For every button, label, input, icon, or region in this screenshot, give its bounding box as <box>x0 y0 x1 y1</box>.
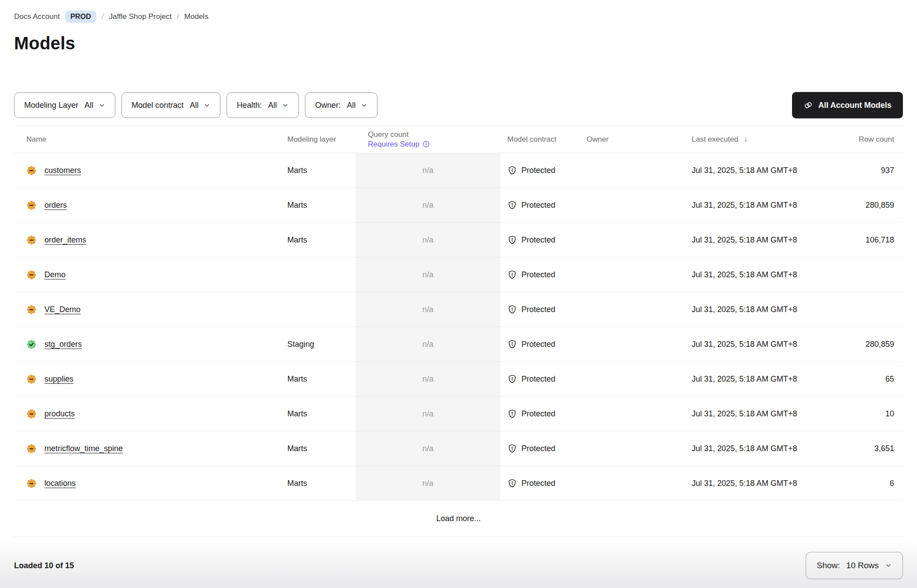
models-table: Name Modeling layer Query count Requires… <box>14 125 903 537</box>
filter-bar: Modeling Layer All Model contract All He… <box>14 92 903 118</box>
table-row: order_items Marts n/a Protected Jul 31, … <box>14 223 903 257</box>
model-contract-label: Protected <box>521 340 555 349</box>
models-page: Docs Account PROD / Jaffle Shop Project … <box>0 0 917 588</box>
info-icon[interactable] <box>422 140 430 148</box>
shield-exclamation-icon <box>507 235 517 245</box>
query-count-cell: n/a <box>356 466 500 500</box>
model-contract-cell: Protected <box>500 235 581 245</box>
modeling-layer-cell: Marts <box>287 409 356 419</box>
load-more-button[interactable]: Load more... <box>436 514 481 523</box>
table-row: VE_Demo n/a Protected Jul 31, 2025, 5:18… <box>14 292 903 327</box>
header-query-count-label: Query count <box>368 130 409 139</box>
table-row: metricflow_time_spine Marts n/a Protecte… <box>14 431 903 466</box>
chevron-down-icon <box>204 102 210 109</box>
breadcrumb-current: Models <box>184 12 209 21</box>
sort-descending-icon: ↓ <box>744 135 748 143</box>
shield-exclamation-icon <box>507 270 517 279</box>
environment-badge: PROD <box>65 11 96 23</box>
all-account-models-button[interactable]: All Account Models <box>792 92 903 118</box>
model-contract-label: Protected <box>521 409 555 419</box>
link-icon <box>803 100 813 110</box>
row-count-cell: 280,859 <box>815 201 903 210</box>
last-executed-cell: Jul 31, 2025, 5:18 AM GMT+8 <box>686 409 815 419</box>
model-name-link[interactable]: stg_orders <box>44 340 82 349</box>
model-contract-cell: Protected <box>500 478 581 488</box>
last-executed-cell: Jul 31, 2025, 5:18 AM GMT+8 <box>686 166 815 175</box>
query-count-cell: n/a <box>356 292 500 327</box>
show-rows-label: Show: <box>817 561 840 570</box>
chevron-down-icon <box>282 102 289 109</box>
modeling-layer-cell: Marts <box>287 479 356 488</box>
table-row: locations Marts n/a Protected Jul 31, 20… <box>14 466 903 501</box>
shield-exclamation-icon <box>507 444 517 453</box>
filter-label: Modeling Layer <box>24 101 78 110</box>
model-contract-cell: Protected <box>500 444 581 453</box>
model-contract-label: Protected <box>521 235 555 245</box>
row-count-cell: 65 <box>815 375 903 384</box>
table-row: stg_orders Staging n/a Protected Jul 31,… <box>14 327 903 362</box>
last-executed-cell: Jul 31, 2025, 5:18 AM GMT+8 <box>686 305 815 314</box>
model-contract-label: Protected <box>521 479 555 488</box>
header-last-executed[interactable]: Last executed ↓ <box>686 135 815 144</box>
filter-modeling-layer[interactable]: Modeling Layer All <box>14 92 115 118</box>
filter-value: All <box>268 101 277 110</box>
warning-badge-icon <box>26 478 37 489</box>
row-count-cell: 10 <box>815 409 903 419</box>
success-badge-icon <box>26 339 37 349</box>
model-name-link[interactable]: orders <box>44 201 67 210</box>
model-name-link[interactable]: Demo <box>44 270 66 279</box>
model-name-link[interactable]: VE_Demo <box>44 305 81 314</box>
model-contract-cell: Protected <box>500 305 581 314</box>
model-name-link[interactable]: locations <box>44 479 76 488</box>
chevron-down-icon <box>361 102 367 109</box>
model-name-link[interactable]: customers <box>44 166 81 175</box>
table-body: customers Marts n/a Protected Jul 31, 20… <box>14 153 903 501</box>
breadcrumb-project[interactable]: Jaffle Shop Project <box>109 12 172 21</box>
requires-setup-link[interactable]: Requires Setup <box>368 140 419 149</box>
model-contract-cell: Protected <box>500 339 581 349</box>
filter-value: All <box>190 101 198 110</box>
query-count-cell: n/a <box>356 223 500 257</box>
model-contract-cell: Protected <box>500 165 581 175</box>
query-count-cell: n/a <box>356 362 500 396</box>
row-count-cell: 106,718 <box>815 235 903 245</box>
filter-value: All <box>84 101 93 110</box>
last-executed-cell: Jul 31, 2025, 5:18 AM GMT+8 <box>686 235 815 245</box>
filter-health[interactable]: Health: All <box>227 92 299 118</box>
modeling-layer-cell: Marts <box>287 235 356 245</box>
chevron-down-icon <box>885 562 892 569</box>
warning-badge-icon <box>26 235 37 245</box>
modeling-layer-cell: Marts <box>287 375 356 384</box>
filter-model-contract[interactable]: Model contract All <box>121 92 220 118</box>
model-contract-label: Protected <box>521 375 555 384</box>
shield-exclamation-icon <box>507 305 517 314</box>
breadcrumb-account[interactable]: Docs Account <box>14 12 60 21</box>
breadcrumb-separator: / <box>102 12 104 21</box>
last-executed-cell: Jul 31, 2025, 5:18 AM GMT+8 <box>686 201 815 210</box>
page-title: Models <box>14 33 903 53</box>
shield-exclamation-icon <box>507 165 517 175</box>
query-count-cell: n/a <box>356 257 500 292</box>
header-owner: Owner <box>581 135 686 144</box>
shield-exclamation-icon <box>507 374 517 384</box>
warning-badge-icon <box>26 374 37 384</box>
modeling-layer-cell: Marts <box>287 201 356 210</box>
last-executed-cell: Jul 31, 2025, 5:18 AM GMT+8 <box>686 375 815 384</box>
filter-owner[interactable]: Owner: All <box>305 92 378 118</box>
model-contract-cell: Protected <box>500 270 581 279</box>
model-name-link[interactable]: products <box>44 409 75 419</box>
model-name-link[interactable]: supplies <box>44 375 73 384</box>
model-contract-label: Protected <box>521 166 555 175</box>
table-row: orders Marts n/a Protected Jul 31, 2025,… <box>14 188 903 223</box>
shield-exclamation-icon <box>507 409 517 419</box>
filter-label: Model contract <box>132 101 183 110</box>
shield-exclamation-icon <box>507 339 517 349</box>
model-contract-cell: Protected <box>500 374 581 384</box>
header-last-executed-label: Last executed <box>692 135 738 143</box>
header-modeling-layer: Modeling layer <box>287 135 356 144</box>
filter-label: Health: <box>237 101 262 110</box>
show-rows-dropdown[interactable]: Show: 10 Rows <box>806 552 903 579</box>
model-name-link[interactable]: order_items <box>44 235 86 245</box>
filter-label: Owner: <box>315 101 341 110</box>
model-name-link[interactable]: metricflow_time_spine <box>44 444 123 453</box>
